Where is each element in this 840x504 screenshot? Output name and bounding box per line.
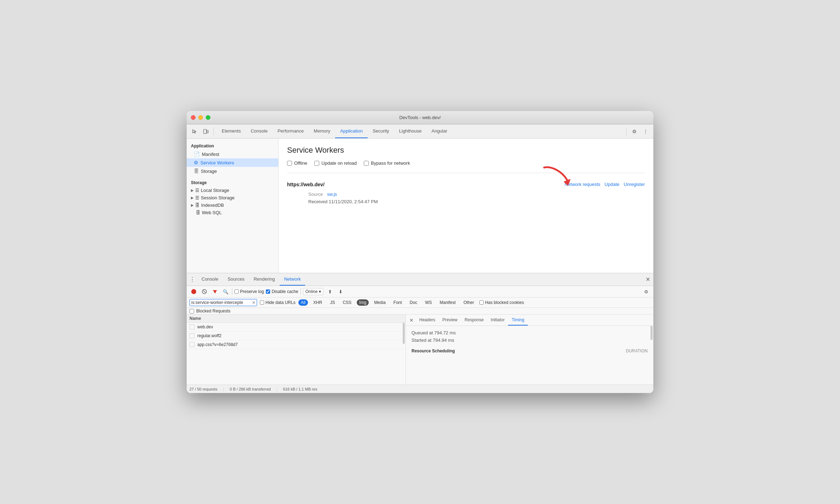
req-item-web-dev[interactable]: web.dev [187, 323, 406, 332]
throttle-chevron: ▾ [319, 289, 321, 294]
import-har-button[interactable]: ⬆ [326, 287, 334, 296]
update-on-reload-checkbox-item[interactable]: Update on reload [314, 160, 357, 166]
bottom-tab-network[interactable]: Network [280, 273, 305, 286]
update-on-reload-checkbox[interactable] [314, 161, 319, 166]
update-link[interactable]: Update [605, 182, 619, 187]
detail-tab-response[interactable]: Response [461, 315, 487, 326]
hide-data-urls-item[interactable]: Hide data URLs [260, 300, 296, 305]
disable-cache-checkbox[interactable] [266, 289, 270, 294]
sidebar-item-manifest[interactable]: 📄 Manifest [187, 150, 278, 158]
filter-button[interactable] [211, 287, 219, 296]
resource-scheduling-section: Resource Scheduling DURATION [412, 348, 648, 353]
status-sep-2: | [276, 387, 278, 391]
tab-angular[interactable]: Angular [426, 124, 452, 138]
preserve-log-checkbox-item[interactable]: Preserve log [234, 289, 264, 294]
detail-panel-close[interactable]: ✕ [407, 316, 416, 324]
tab-elements[interactable]: Elements [217, 124, 246, 138]
sw-details: Source sw.js Received 11/11/2020, 2:54:4… [308, 192, 645, 204]
detail-scrollbar[interactable] [651, 326, 653, 340]
filter-type-img[interactable]: Img [357, 299, 369, 306]
sidebar-item-session-storage[interactable]: ▶ ☰ Session Storage [187, 194, 278, 201]
titlebar-buttons [191, 115, 210, 120]
filter-type-other[interactable]: Other [461, 299, 477, 306]
bottom-tab-dots[interactable]: ⋮ [188, 275, 197, 284]
filter-clear-button[interactable]: ✕ [252, 300, 255, 305]
tab-security[interactable]: Security [368, 124, 394, 138]
bottom-tab-sources[interactable]: Sources [223, 273, 249, 286]
filter-type-ws[interactable]: WS [422, 299, 434, 306]
filter-input[interactable] [191, 300, 251, 305]
maximize-button[interactable] [206, 115, 210, 120]
has-blocked-cookies-checkbox[interactable] [479, 300, 484, 305]
filter-bar: ✕ Hide data URLs All XHR JS CSS Img Medi… [187, 298, 653, 308]
filter-type-js[interactable]: JS [327, 299, 337, 306]
tab-memory[interactable]: Memory [309, 124, 335, 138]
sw-received-row: Received 11/11/2020, 2:54:47 PM [308, 199, 645, 204]
bypass-for-network-checkbox-item[interactable]: Bypass for network [364, 160, 410, 166]
filter-type-css[interactable]: CSS [340, 299, 354, 306]
filter-input-wrap[interactable]: ✕ [189, 299, 257, 306]
offline-checkbox-item[interactable]: Offline [287, 160, 307, 166]
detail-tab-initiator[interactable]: Initiator [487, 315, 508, 326]
hide-data-urls-checkbox[interactable] [260, 300, 264, 305]
filter-type-manifest[interactable]: Manifest [437, 299, 458, 306]
tab-lighthouse[interactable]: Lighthouse [394, 124, 427, 138]
detail-tab-headers[interactable]: Headers [416, 315, 439, 326]
preserve-log-label: Preserve log [240, 289, 264, 294]
sidebar-item-indexeddb[interactable]: ▶ 🗄 IndexedDB [187, 201, 278, 209]
search-button[interactable]: 🔍 [221, 287, 230, 296]
bottom-panel-close[interactable]: ✕ [643, 275, 652, 284]
req-list-scrollbar[interactable] [403, 323, 405, 344]
tab-performance[interactable]: Performance [273, 124, 309, 138]
sidebar-item-local-storage[interactable]: ▶ ☰ Local Storage [187, 187, 278, 194]
source-file-link[interactable]: sw.js [327, 192, 337, 197]
bypass-for-network-label: Bypass for network [371, 160, 410, 166]
bottom-tab-console[interactable]: Console [197, 273, 223, 286]
filter-type-xhr[interactable]: XHR [311, 299, 325, 306]
close-button[interactable] [191, 115, 196, 120]
filter-type-all[interactable]: All [298, 299, 308, 306]
bottom-tab-rendering[interactable]: Rendering [249, 273, 279, 286]
req-item-regular-woff2[interactable]: regular.woff2 [187, 332, 406, 340]
record-button[interactable] [189, 287, 198, 296]
network-settings-button[interactable]: ⚙ [642, 287, 651, 296]
sidebar-item-service-workers[interactable]: ⚙ Service Workers [187, 158, 278, 167]
detail-tab-timing[interactable]: Timing [508, 315, 528, 326]
req-list-scroll[interactable]: web.dev regular.woff2 app.css?v=6e2768d7 [187, 323, 406, 385]
clear-button[interactable] [200, 287, 209, 296]
inspect-element-button[interactable] [189, 127, 199, 136]
detail-tab-preview[interactable]: Preview [439, 315, 461, 326]
minimize-button[interactable] [198, 115, 203, 120]
unregister-link[interactable]: Unregister [624, 182, 645, 187]
devtools-window: DevTools - web.dev/ Elements Console Per… [187, 111, 653, 393]
session-storage-icon: ☰ [195, 195, 199, 200]
status-transferred: 0 B / 286 kB transferred [230, 387, 271, 391]
tab-console[interactable]: Console [246, 124, 273, 138]
app-section-title: Application [187, 141, 278, 150]
filter-type-doc[interactable]: Doc [407, 299, 420, 306]
filter-type-media[interactable]: Media [372, 299, 388, 306]
network-split: Name web.dev regular.woff2 [187, 315, 653, 385]
req-item-app-css[interactable]: app.css?v=6e2768d7 [187, 340, 406, 349]
settings-button[interactable]: ⚙ [629, 127, 639, 136]
offline-checkbox[interactable] [287, 161, 292, 166]
filter-type-font[interactable]: Font [391, 299, 404, 306]
received-text: Received 11/11/2020, 2:54:47 PM [308, 199, 378, 204]
preserve-log-checkbox[interactable] [234, 289, 239, 294]
sw-options: Offline Update on reload Bypass for netw… [287, 160, 645, 166]
status-resources: 616 kB / 1.1 MB res [283, 387, 317, 391]
export-har-button[interactable]: ⬇ [336, 287, 345, 296]
sidebar-item-storage[interactable]: 🗄 Storage [187, 167, 278, 175]
bypass-for-network-checkbox[interactable] [364, 161, 369, 166]
tab-application[interactable]: Application [335, 124, 368, 138]
has-blocked-cookies-item[interactable]: Has blocked cookies [479, 300, 524, 305]
more-options-button[interactable]: ⋮ [641, 127, 651, 136]
sw-entry-url: https://web.dev/ [287, 182, 325, 187]
throttle-select[interactable]: Online ▾ [303, 288, 324, 295]
blocked-requests-checkbox[interactable] [189, 309, 194, 313]
storage-icon: 🗄 [194, 168, 199, 174]
device-toggle-button[interactable] [201, 127, 211, 136]
req-name-regular-woff2: regular.woff2 [197, 333, 222, 338]
disable-cache-checkbox-item[interactable]: Disable cache [266, 289, 298, 294]
sidebar-item-web-sql[interactable]: 🗄 Web SQL [187, 209, 278, 216]
